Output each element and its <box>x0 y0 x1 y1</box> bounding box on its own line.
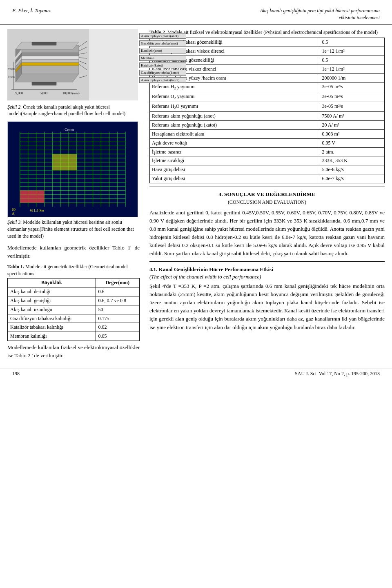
tablo1-footer: Modellemede kullanılan fiziksel ve elekt… <box>7 343 140 360</box>
table-row: Yakıt giriş debisi6.0e-7 kg/s <box>150 174 385 183</box>
table-row: Referans akım yoğunluğu (katot)20 A/ m² <box>150 121 385 130</box>
svg-rect-65 <box>60 154 69 162</box>
header-right: Akış kanalı genişliğinin pem tipi yakıt … <box>260 7 380 21</box>
section4-heading: 4. SONUÇLAR VE DEĞERLENDİRME <box>149 191 385 198</box>
svg-rect-67 <box>52 162 60 170</box>
table-row: İşletme basıncı2 atm. <box>150 147 385 156</box>
divider2 <box>149 261 385 262</box>
table-row: Akış kanalı genişliği0.6, 0.7 ve 0.8 <box>8 296 140 305</box>
svg-text:9,000: 9,000 <box>16 91 23 95</box>
svg-rect-72 <box>20 199 45 203</box>
left-column: 9,000 5,000 10,000 (mm) 2,500 7,500 <box>7 29 146 363</box>
tablo1-table: Büyüklük Değer(mm) Akış kanalı derinliği… <box>7 278 140 341</box>
section4-para1: Analizlerde anot gerilimi 0, katot geril… <box>149 209 385 258</box>
svg-text:10,000 (mm): 10,000 (mm) <box>62 91 80 95</box>
svg-text:2,500: 2,500 <box>8 76 15 79</box>
footer: 198 SAU J. Sci. Vol 17, No 2, p. 195-200… <box>0 368 392 379</box>
journal-info: SAU J. Sci. Vol 17, No 2, p. 195-200, 20… <box>295 371 380 377</box>
figure2-caption-bold: Şekil 3. <box>7 219 22 225</box>
svg-marker-4 <box>22 62 79 66</box>
tablo1-title-bold: Tablo 1. <box>7 264 24 270</box>
svg-text:5,000: 5,000 <box>40 91 47 95</box>
figure1-caption-bold: Şekil 2. <box>7 104 22 110</box>
table-row: Katalizör tabakası kalınlığı0.02 <box>8 323 140 332</box>
figure2-caption-text: Modelde kullanılan yakıt hücresi kesitin… <box>7 219 134 239</box>
table-row: İşletme sıcaklığı333K, 353 K <box>150 156 385 165</box>
svg-marker-1 <box>16 74 79 82</box>
svg-text:60: 60 <box>12 208 16 212</box>
figure2-caption: Şekil 3. Modelde kullanılan yakıt hücres… <box>7 219 140 239</box>
label-katalizor-katot: Katalizör(katot) <box>139 62 186 68</box>
table-row: Referans O2 yayınımı3e-05 m²/s <box>150 92 385 102</box>
svg-marker-6 <box>22 59 79 62</box>
svg-marker-8 <box>22 56 79 59</box>
label-membran: Membran <box>139 55 186 61</box>
tablo1-col1-header: Büyüklük <box>8 278 96 287</box>
divider <box>149 187 385 187</box>
svg-rect-68 <box>60 162 69 170</box>
tablo1-intro: Modellemede kullanılan geometrik özellik… <box>7 244 140 260</box>
section41-heading: 4.1. Kanal Genişliklerinin Hücre Perform… <box>149 266 385 281</box>
main-content: 9,000 5,000 10,000 (mm) 2,500 7,500 <box>0 29 392 363</box>
header-left: E. Eker, İ. Taymaz <box>12 7 51 14</box>
table-row: Akış kanalı derinliği0.6 <box>8 287 140 296</box>
svg-text:62 [..] [km: 62 [..] [km <box>30 209 45 213</box>
article-title-line1: Akış kanalı genişliğinin pem tipi yakıt … <box>260 8 380 13</box>
author-names: E. Eker, İ. Taymaz <box>12 7 51 13</box>
figure1-caption-text: Örnek tek kanallı paralel akışlı yakıt h… <box>7 104 125 117</box>
table-row: Akış kanalı uzunluğu50 <box>8 305 140 314</box>
figure1-caption: Şekil 2. Örnek tek kanallı paralel akışl… <box>7 104 140 118</box>
svg-rect-71 <box>20 195 45 199</box>
table-row: Referans H2O yayınımı3e-05 m²/s <box>150 102 385 112</box>
section41-heading-bold: 4.1. Kanal Genişliklerinin Hücre Perform… <box>149 266 273 272</box>
svg-rect-15 <box>32 42 56 45</box>
page-number: 198 <box>12 371 20 377</box>
figure1-image: 9,000 5,000 10,000 (mm) 2,500 7,500 <box>7 29 138 100</box>
svg-rect-69 <box>69 162 77 170</box>
table-row: Açık devre voltajı0.95 V <box>150 138 385 147</box>
table-row: Gaz difüzyon tabakası kalınlığı0.175 <box>8 314 140 323</box>
svg-text:7,500: 7,500 <box>8 67 15 71</box>
svg-rect-64 <box>52 154 60 162</box>
header: E. Eker, İ. Taymaz Akış kanalı genişliği… <box>0 0 392 25</box>
label-gaz-dif-katot: Gaz difüzyon tabaka(katot) <box>139 70 186 76</box>
tablo1-header: Tablo 1. Modele ait geometrik özellikler… <box>7 263 140 277</box>
table-row: Referans H2 yayınımı3e-05 m²/s <box>150 82 385 92</box>
section4-subheading: (CONCLUSION AND EVALUATION) <box>149 199 385 205</box>
svg-text:Center: Center <box>65 127 74 131</box>
label-akim-anode: Akım toplayıcı plaka(anot) <box>139 33 186 39</box>
figure2-image: 60 A 62 [..] [km Center <box>7 121 138 217</box>
svg-rect-66 <box>69 154 77 162</box>
table-row: Hesaplanan elektrolit alanı0.003 m² <box>150 129 385 138</box>
table-row: Membran kalınlığı0.05 <box>8 332 140 341</box>
svg-text:A: A <box>12 212 15 216</box>
label-akim-katot: Akım toplayıcı plaka(katot) <box>139 77 186 83</box>
tablo2-title-text: Modele ait fiziksel ve elektrokimyasal ö… <box>166 29 378 35</box>
tablo1-title-text: Modele ait geometrik özellikler (Geometr… <box>7 264 128 276</box>
table-row: Referans akım yoğunluğu (anot)7500 A/ m² <box>150 112 385 121</box>
tablo1-col2-header: Değer(mm) <box>96 278 139 287</box>
svg-marker-3 <box>22 66 79 74</box>
article-title-line2: etkisinin incelenmesi <box>339 15 380 20</box>
label-katalizor-anode: Katalizör(anot) <box>139 48 186 53</box>
svg-marker-10 <box>22 53 79 56</box>
table-row: Hava giriş debisi5.0e-6 kg/s <box>150 165 385 174</box>
section41-para1: Şekil 4'de T =353 K, P =2 atm. çalışma ş… <box>149 282 385 332</box>
label-gaz-dif-anode: Gaz difüzyon tabaka(anot) <box>139 40 186 46</box>
section41-heading-italic: (The effect of the channel width to cell… <box>149 274 261 280</box>
svg-rect-16 <box>32 82 56 85</box>
page: E. Eker, İ. Taymaz Akış kanalı genişliği… <box>0 0 392 588</box>
svg-rect-70 <box>20 191 45 195</box>
